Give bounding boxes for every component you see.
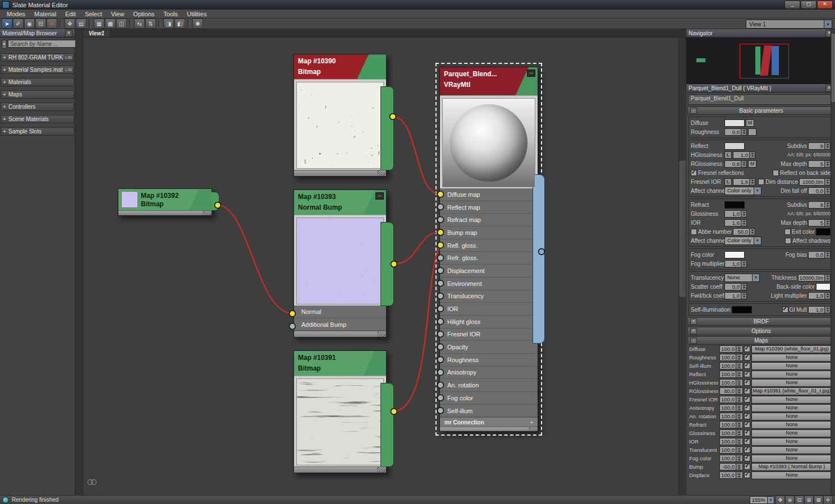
map-amount-spinner[interactable]: 100,0	[719, 362, 743, 369]
map-enable-checkbox[interactable]	[744, 455, 750, 461]
map-slot-row[interactable]: Bump-60,0Map #10393 ( Normal Bump )	[687, 463, 834, 471]
expand-icon[interactable]: +	[3, 79, 7, 85]
node-slot-translucency[interactable]: Translucency	[440, 290, 538, 303]
navigator-header[interactable]: Navigator ✕	[686, 29, 835, 38]
menu-select[interactable]: Select	[80, 11, 107, 17]
node-slot-refl-gloss[interactable]: Refl. gloss.	[440, 239, 538, 252]
scatter-coeff-spinner[interactable]: 0,0	[724, 283, 747, 290]
map-button[interactable]: Map #10391 (white_floor_01_r.jpg)	[751, 387, 832, 395]
connection-wire[interactable]	[394, 232, 440, 264]
back-side-color-swatch[interactable]	[816, 283, 831, 290]
node-preview[interactable]	[294, 215, 386, 306]
browser-item[interactable]: +Material Samples.matLIB	[1, 66, 74, 74]
map-amount-spinner[interactable]: 80,0	[719, 387, 743, 395]
node-resize-grip[interactable]	[118, 210, 212, 215]
map-button[interactable]: None	[751, 421, 832, 429]
spinner-arrows-icon[interactable]	[824, 161, 830, 167]
node-preview[interactable]	[294, 79, 386, 170]
node-slot-fresnel-ior[interactable]: Fresnel IOR	[440, 329, 538, 341]
map-enable-checkbox[interactable]	[744, 413, 750, 419]
close-button[interactable]: ✕	[817, 1, 833, 9]
map-amount-spinner[interactable]: 100,0	[719, 455, 743, 462]
rollout-header[interactable]: + Options	[687, 327, 834, 335]
show-shaded-material-icon[interactable]: ◨	[163, 19, 174, 29]
close-icon[interactable]: ✕	[65, 30, 72, 37]
zoom-extents-tool-icon[interactable]: ⊞	[804, 496, 814, 504]
rglossiness-spinner[interactable]: 0,8	[724, 160, 747, 168]
map-button[interactable]: None	[751, 455, 832, 463]
material-params-header[interactable]: Parquet_Blend1_Dull ( VRayMtl ) ✕	[686, 84, 835, 93]
pan-to-selected-tool-icon[interactable]: ✛	[823, 496, 833, 504]
node-slot-bump-map[interactable]: Bump map	[440, 226, 538, 239]
map-enable-checkbox[interactable]	[744, 388, 750, 394]
menu-options[interactable]: Options	[129, 11, 159, 17]
menu-edit[interactable]: Edit	[61, 11, 80, 17]
roughness-map-button[interactable]	[748, 128, 756, 136]
node-slot-fog-color[interactable]: Fog color	[440, 392, 538, 405]
move-children-icon[interactable]: ✥	[65, 19, 75, 29]
rollout-header[interactable]: + BRDF	[687, 317, 834, 326]
node-preview[interactable]	[440, 95, 538, 188]
tab-view1[interactable]: View1	[83, 29, 111, 37]
spinner-arrows-icon[interactable]	[749, 229, 755, 235]
dropdown-arrow-icon[interactable]: ▼	[752, 274, 759, 281]
map-amount-spinner[interactable]: 100,0	[719, 471, 743, 479]
spinner-arrows-icon[interactable]	[824, 293, 830, 299]
hide-unused-nodeslots-icon[interactable]: ▤	[76, 19, 86, 29]
node-vraymtl-parquet-blend[interactable]: Parquet_Blend... VRayMtl — Diffuse mapRe…	[439, 67, 538, 432]
menu-material[interactable]: Material	[30, 11, 61, 17]
hglossiness-lock-button[interactable]: L	[724, 151, 732, 159]
node-map-10392[interactable]: Map #10392 Bitmap	[118, 188, 212, 216]
spinner-arrows-icon[interactable]	[824, 307, 830, 313]
spinner-arrows-icon[interactable]	[741, 284, 746, 290]
rollout-header[interactable]: - Maps	[687, 336, 834, 345]
map-slot-row[interactable]: HGlossiness100,0None	[687, 378, 834, 387]
map-button[interactable]: None	[751, 371, 832, 378]
search-options-icon[interactable]: ▼	[2, 40, 7, 49]
dim-distance-spinner[interactable]: 1000,0m	[799, 178, 831, 186]
spinner-arrows-icon[interactable]	[741, 211, 746, 217]
spinner-arrows-icon[interactable]	[824, 252, 830, 258]
map-amount-spinner[interactable]: 100,0	[719, 438, 743, 445]
browser-item[interactable]: +Controllers	[1, 103, 74, 111]
fresnel-ior-spinner[interactable]: 1,6	[733, 178, 755, 186]
spinner-arrows-icon[interactable]	[749, 152, 755, 158]
node-map-10391[interactable]: Map #10391 Bitmap	[293, 350, 387, 473]
map-amount-spinner[interactable]: 100,0	[719, 396, 743, 403]
output-connector[interactable]	[380, 222, 394, 306]
node-slot-roughness[interactable]: Roughness	[440, 354, 538, 367]
node-slot-opacity[interactable]: Opacity	[440, 341, 538, 354]
spinner-arrows-icon[interactable]	[736, 354, 741, 360]
thickness-spinner[interactable]: 10000,0m	[798, 274, 831, 281]
light-multiplier-spinner[interactable]: 1,0	[808, 292, 831, 299]
map-slot-row[interactable]: Roughness100,0None	[687, 353, 834, 362]
layout-children-icon[interactable]: ⇅	[145, 19, 156, 29]
spinner-arrows-icon[interactable]	[824, 143, 830, 149]
roughness-spinner[interactable]: 0,0	[724, 128, 747, 136]
affect-channels-dropdown[interactable]: Color only▼	[724, 187, 761, 195]
expand-icon[interactable]: +	[690, 328, 697, 334]
spinner-arrows-icon[interactable]	[824, 202, 830, 208]
fog-multiplier-spinner[interactable]: 1,0	[724, 260, 747, 267]
map-slot-row[interactable]: Diffuse100,0Map #10390 (white_floor_01.j…	[687, 345, 834, 353]
map-enable-checkbox[interactable]	[744, 422, 750, 428]
node-slot-self-illum[interactable]: Self-illum	[440, 405, 538, 418]
mr-connection-slot[interactable]: mr Connection +	[440, 417, 538, 427]
map-enable-checkbox[interactable]	[744, 363, 750, 369]
menu-tools[interactable]: Tools	[159, 11, 182, 17]
node-slot-refr-gloss[interactable]: Refr. gloss.	[440, 252, 538, 265]
map-amount-spinner[interactable]: 100,0	[719, 379, 743, 386]
maximize-button[interactable]: ▢	[801, 1, 816, 9]
collapse-node-icon[interactable]: —	[375, 192, 384, 200]
abbe-number-checkbox[interactable]	[691, 229, 697, 235]
zoom-tool-icon[interactable]: ⊕	[785, 496, 795, 504]
node-slot-hilight-gloss[interactable]: Hilight gloss	[440, 316, 538, 329]
map-button[interactable]: None	[751, 362, 832, 370]
diffuse-color-swatch[interactable]	[724, 119, 745, 127]
spinner-arrows-icon[interactable]	[741, 293, 746, 299]
map-button[interactable]: None	[751, 471, 832, 479]
spinner-arrows-icon[interactable]	[736, 464, 741, 470]
map-amount-spinner[interactable]: 100,0	[719, 421, 743, 428]
expand-icon[interactable]: +	[690, 318, 697, 325]
put-to-library-icon[interactable]: ⊟	[35, 19, 46, 29]
